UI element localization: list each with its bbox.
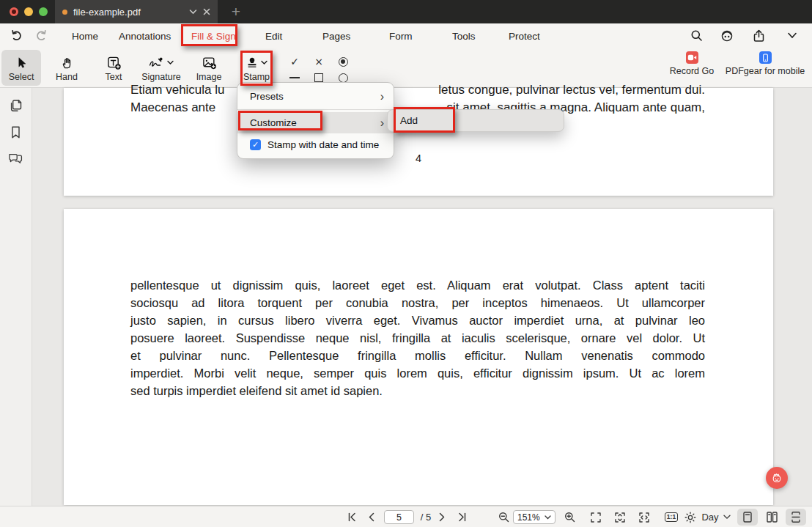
single-page-view-button[interactable] [737,509,758,526]
text-tool-button[interactable]: Text [96,50,131,86]
ai-assistant-button[interactable] [766,467,788,489]
paragraph-line: justo sapien, in cursus libero viverra e… [130,312,705,329]
tab-pages[interactable]: Pages [322,23,350,48]
cursor-icon [15,55,28,70]
bookmarks-icon[interactable] [10,125,22,139]
hand-tool-label: Hand [56,72,78,82]
paragraph-line: sed turpis imperdiet eleifend sit amet i… [130,382,705,399]
left-panel-bar [0,88,32,506]
tab-annotations[interactable]: Annotations [119,23,171,48]
zoom-out-icon[interactable] [495,506,512,527]
record-go-button[interactable]: Record Go [668,51,715,85]
undo-icon[interactable] [10,29,23,42]
square-icon [314,73,323,82]
traffic-lights [10,7,48,16]
submenu-chevron-right-icon: › [380,117,384,129]
zoom-window-button[interactable] [39,7,48,16]
ribbon-tab-bar: Home Annotations Fill & Sign Edit Pages … [0,23,812,48]
page-total-label: / 5 [416,506,435,527]
actual-size-label: 1:1 [665,512,678,522]
fit-page-icon[interactable] [588,506,604,527]
previous-page-button[interactable] [363,506,380,527]
customize-label: Customize [250,117,297,128]
facing-pages-view-button[interactable] [762,509,781,526]
status-bar: 5 / 5 151% 1:1 [0,506,812,527]
continuous-scroll-view-button[interactable] [786,509,806,526]
zoom-chevron-down-icon [545,515,551,520]
share-icon[interactable] [753,29,765,43]
support-icon[interactable] [720,29,734,43]
comments-icon[interactable] [8,152,23,165]
image-tool-button[interactable]: Image [191,50,227,86]
page4-line1-right: letus congue, pulvinar lectus vel, ferme… [438,83,705,97]
search-icon[interactable] [690,29,703,42]
minimize-window-button[interactable] [24,7,33,16]
zoom-in-icon[interactable] [561,506,577,527]
stamp-tool-label: Stamp [243,72,270,82]
title-bar: file-example.pdf + [0,0,812,23]
thumbnails-icon[interactable] [9,98,23,113]
menu-separator [237,109,394,110]
paragraph-line: imperdiet. Morbi velit neque, semper qui… [130,364,705,382]
filled-dot-stamp-button[interactable] [336,54,350,69]
cross-stamp-button[interactable]: × [311,54,326,69]
day-mode-sun-icon [683,506,698,527]
theme-chevron-down-icon[interactable] [721,506,733,527]
tab-protect[interactable]: Protect [509,23,540,48]
page4-number: 4 [64,152,773,164]
record-go-label: Record Go [670,66,714,76]
document-tab[interactable]: file-example.pdf [55,0,218,23]
redo-icon[interactable] [35,29,48,42]
tab-fill-and-sign[interactable]: Fill & Sign [191,23,236,48]
stamp-date-label: Stamp with date and time [267,139,379,150]
submenu-chevron-right-icon: › [380,91,384,103]
tab-tools[interactable]: Tools [452,23,476,48]
actual-size-button[interactable]: 1:1 [662,506,681,527]
tab-chevron-down-icon[interactable] [189,9,197,15]
pdfgear-mobile-button[interactable]: PDFgear for mobile [722,51,808,85]
robot-icon [770,471,783,484]
fit-height-icon[interactable] [612,506,628,527]
fit-width-icon[interactable] [636,506,652,527]
stamp-dropdown-menu: Presets › Customize › Stamp with date an… [237,82,394,159]
checked-checkbox-icon[interactable] [250,139,261,150]
checkmark-stamp-button[interactable]: ✓ [287,54,302,69]
new-tab-button[interactable]: + [222,0,250,23]
signature-tool-label: Signature [141,72,181,82]
menu-item-customize[interactable]: Customize › [237,112,394,133]
tab-home[interactable]: Home [72,23,98,48]
tab-edit[interactable]: Edit [265,23,282,48]
paragraph-line: pellentesque ut dignissim quis, laoreet … [130,276,705,294]
hand-tool-button[interactable]: Hand [47,50,86,86]
stamp-tool-button[interactable]: Stamp [239,50,274,86]
stamp-icon [246,56,259,69]
first-page-button[interactable] [343,506,361,527]
text-tool-label: Text [106,72,122,82]
menu-item-stamp-date-checkbox[interactable]: Stamp with date and time [237,133,394,155]
tab-form[interactable]: Form [389,23,413,48]
pdfgear-mobile-label: PDFgear for mobile [726,66,805,76]
zoom-level-value: 151% [517,512,540,523]
last-page-button[interactable] [453,506,470,527]
close-window-button[interactable] [10,7,18,16]
collapse-ribbon-chevron-icon[interactable] [787,32,797,39]
filled-dot-icon [339,57,348,67]
hand-icon [60,55,73,70]
select-tool-label: Select [9,72,34,82]
theme-select-label[interactable]: Day [699,506,721,527]
stamp-chevron-down-icon [261,60,267,65]
select-tool-button[interactable]: Select [1,50,41,86]
next-page-button[interactable] [434,506,450,527]
menu-item-presets[interactable]: Presets › [237,86,394,107]
signature-icon [149,56,165,69]
signature-tool-button[interactable]: Signature [136,50,186,86]
customize-submenu: Add [387,109,564,132]
presets-label: Presets [250,91,284,102]
zoom-level-select[interactable]: 151% [513,510,556,524]
paragraph-line: posuere laoreet. Suspendisse neque nisl,… [130,329,705,347]
mobile-phone-icon [759,51,772,64]
page-number-input[interactable]: 5 [384,510,414,524]
submenu-item-add[interactable]: Add [400,115,418,126]
image-icon [202,55,216,70]
tab-close-icon[interactable] [203,8,210,15]
